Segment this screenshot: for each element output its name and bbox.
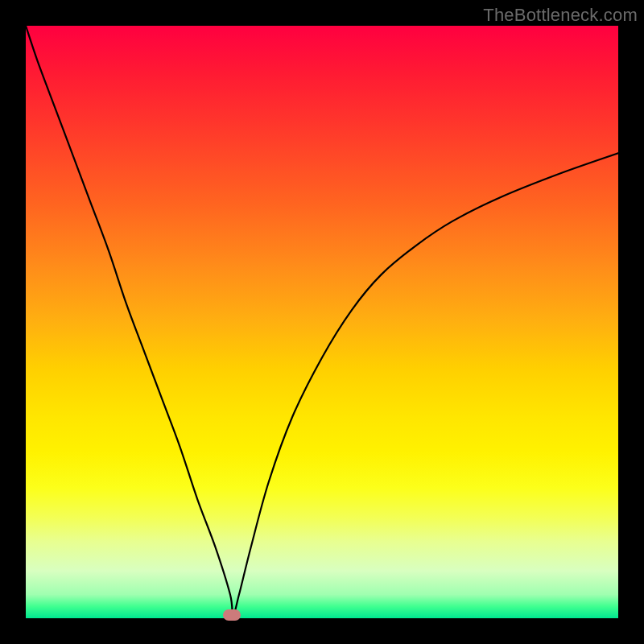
watermark-text: TheBottleneck.com [483,5,638,26]
bottleneck-curve [26,26,618,618]
plot-area [26,26,618,618]
chart-frame: TheBottleneck.com [0,0,644,644]
optimum-marker [223,609,241,621]
